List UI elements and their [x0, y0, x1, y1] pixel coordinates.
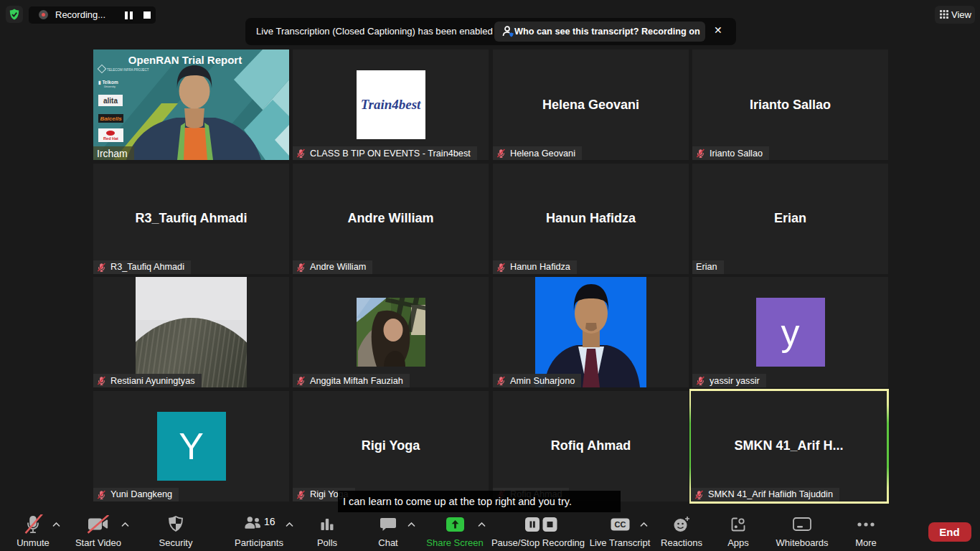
svg-text:TELECOM INFRA PROJECT: TELECOM INFRA PROJECT: [107, 68, 149, 72]
svg-text:OpenRAN Trial Report: OpenRAN Trial Report: [128, 54, 242, 66]
svg-text:CC: CC: [614, 520, 626, 529]
svg-text:Red Hat: Red Hat: [103, 136, 118, 141]
svg-text:alita: alita: [103, 97, 118, 105]
svg-text:▮ Telkom: ▮ Telkom: [98, 80, 118, 85]
svg-text:Baicells: Baicells: [100, 116, 122, 122]
svg-text:University: University: [104, 85, 116, 88]
